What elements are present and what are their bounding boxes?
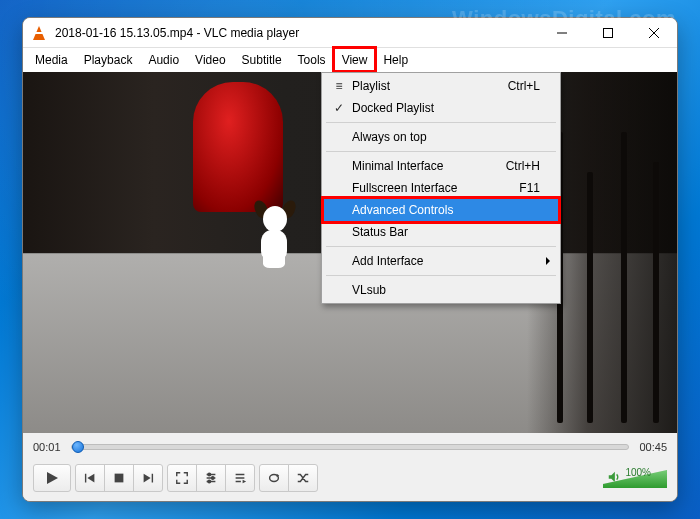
video-content xyxy=(253,202,303,267)
menu-item-vlsub[interactable]: VLsub xyxy=(324,279,558,301)
menu-view[interactable]: View xyxy=(334,48,376,71)
menu-item-label: Fullscreen Interface xyxy=(352,181,519,195)
svg-marker-9 xyxy=(144,474,151,483)
menu-item-status-bar[interactable]: Status Bar xyxy=(324,221,558,243)
menu-subtitle[interactable]: Subtitle xyxy=(234,48,290,71)
stop-button[interactable] xyxy=(104,464,134,492)
menu-item-accelerator: F11 xyxy=(519,181,540,195)
menu-separator xyxy=(326,151,556,152)
watermark-text: WindowsDigital.com xyxy=(452,6,676,32)
menu-separator xyxy=(326,122,556,123)
menu-item-label: Always on top xyxy=(352,130,540,144)
list-icon: ≡ xyxy=(330,79,348,93)
vlc-window: 2018-01-16 15.13.05.mp4 - VLC media play… xyxy=(22,17,678,502)
next-button[interactable] xyxy=(133,464,163,492)
play-button[interactable] xyxy=(33,464,71,492)
svg-point-14 xyxy=(211,477,214,480)
menu-separator xyxy=(326,246,556,247)
menu-item-label: VLsub xyxy=(352,283,540,297)
svg-rect-7 xyxy=(115,474,124,483)
menu-item-advanced-controls[interactable]: Advanced Controls xyxy=(324,199,558,221)
menu-item-add-interface[interactable]: Add Interface xyxy=(324,250,558,272)
menu-media[interactable]: Media xyxy=(27,48,76,71)
chevron-right-icon xyxy=(546,257,550,265)
menu-help[interactable]: Help xyxy=(375,48,416,71)
seek-knob[interactable] xyxy=(72,441,84,453)
menu-item-label: Add Interface xyxy=(352,254,540,268)
menu-audio[interactable]: Audio xyxy=(140,48,187,71)
menu-item-label: Docked Playlist xyxy=(352,101,540,115)
svg-point-13 xyxy=(208,473,211,476)
vlc-cone-icon xyxy=(31,25,47,41)
menu-item-accelerator: Ctrl+L xyxy=(508,79,540,93)
view-menu-dropdown: ≡PlaylistCtrl+L✓Docked PlaylistAlways on… xyxy=(321,72,561,304)
svg-point-15 xyxy=(208,480,211,483)
menu-item-accelerator: Ctrl+H xyxy=(506,159,540,173)
menu-item-label: Status Bar xyxy=(352,225,540,239)
menu-item-always-on-top[interactable]: Always on top xyxy=(324,126,558,148)
previous-button[interactable] xyxy=(75,464,105,492)
time-elapsed[interactable]: 00:01 xyxy=(33,441,61,453)
menu-item-label: Minimal Interface xyxy=(352,159,506,173)
menubar: MediaPlaybackAudioVideoSubtitleToolsView… xyxy=(23,48,677,72)
svg-marker-19 xyxy=(243,480,247,484)
menu-item-fullscreen-interface[interactable]: Fullscreen InterfaceF11 xyxy=(324,177,558,199)
seek-slider[interactable] xyxy=(71,444,630,450)
menu-item-label: Advanced Controls xyxy=(352,203,540,217)
fullscreen-button[interactable] xyxy=(167,464,197,492)
svg-marker-6 xyxy=(87,474,94,483)
extended-settings-button[interactable] xyxy=(196,464,226,492)
menu-tools[interactable]: Tools xyxy=(290,48,334,71)
control-panel: 00:01 00:45 xyxy=(23,433,677,501)
time-total[interactable]: 00:45 xyxy=(639,441,667,453)
volume-percent: 100% xyxy=(625,467,651,478)
menu-item-label: Playlist xyxy=(352,79,508,93)
menu-item-playlist[interactable]: ≡PlaylistCtrl+L xyxy=(324,75,558,97)
menu-separator xyxy=(326,275,556,276)
menu-video[interactable]: Video xyxy=(187,48,233,71)
svg-marker-4 xyxy=(47,472,58,484)
loop-button[interactable] xyxy=(259,464,289,492)
menu-playback[interactable]: Playback xyxy=(76,48,141,71)
menu-item-docked-playlist[interactable]: ✓Docked Playlist xyxy=(324,97,558,119)
check-icon: ✓ xyxy=(330,101,348,115)
shuffle-button[interactable] xyxy=(288,464,318,492)
video-area[interactable]: ≡PlaylistCtrl+L✓Docked PlaylistAlways on… xyxy=(23,72,677,433)
menu-item-minimal-interface[interactable]: Minimal InterfaceCtrl+H xyxy=(324,155,558,177)
playlist-button[interactable] xyxy=(225,464,255,492)
